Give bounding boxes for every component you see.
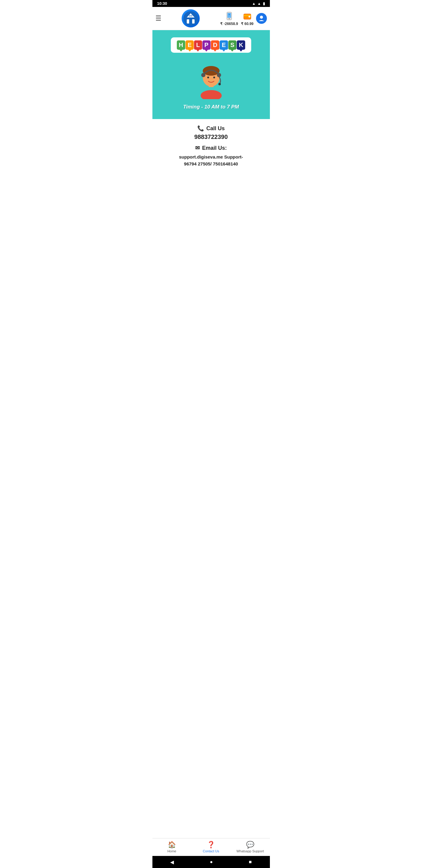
mobile-recharge-icon: ₹: [224, 11, 235, 22]
hd-letter-p: P: [202, 40, 210, 50]
main-content: H E L P D E S K: [153, 30, 270, 868]
svg-rect-3: [189, 19, 192, 24]
svg-point-12: [260, 16, 263, 19]
top-navigation-bar: ☰ DS ₹ ₹ -26658.9: [153, 7, 270, 30]
android-navigation-bar: ◀ ● ■: [153, 856, 270, 868]
mobile-balance: ₹ ₹ -26658.9: [220, 11, 238, 26]
nav-contact-us[interactable]: ❓ Contact Us: [192, 841, 231, 853]
helpdesk-banner: H E L P D E S K: [153, 30, 270, 119]
nav-whatsapp[interactable]: 💬 Whatsapp Support: [231, 841, 270, 853]
battery-icon: ▮: [263, 1, 265, 6]
profile-button[interactable]: [256, 13, 267, 24]
android-home-button[interactable]: ●: [210, 859, 213, 865]
svg-point-18: [213, 76, 215, 79]
hd-letter-k: K: [237, 40, 245, 50]
hd-letter-l: L: [194, 40, 202, 50]
logo-svg: DS: [183, 11, 198, 26]
signal-icon: ▲: [258, 1, 261, 6]
email-icon: ✉: [195, 145, 200, 151]
whatsapp-icon: 💬: [246, 841, 254, 849]
nav-home[interactable]: 🏠 Home: [153, 841, 192, 853]
svg-point-17: [207, 76, 209, 79]
nav-whatsapp-label: Whatsapp Support: [236, 849, 264, 853]
android-back-button[interactable]: ◀: [170, 859, 174, 865]
svg-rect-11: [249, 16, 250, 18]
phone-number[interactable]: 9883722390: [157, 133, 265, 141]
status-time: 10:30: [157, 1, 167, 6]
status-bar: 10:30 ▲ ▲ ▮: [153, 0, 270, 7]
wallet-balance-amount: ₹ 60.99: [241, 22, 253, 26]
menu-button[interactable]: ☰: [155, 14, 161, 22]
email-us-text: Email Us:: [202, 145, 227, 151]
hd-letter-h: H: [177, 40, 185, 50]
balance-group: ₹ ₹ -26658.9 ₹ 60.99: [220, 11, 253, 26]
hd-letter-d: D: [211, 40, 219, 50]
nav-home-label: Home: [167, 849, 176, 853]
svg-point-19: [201, 73, 205, 77]
svg-point-7: [229, 18, 230, 19]
agent-svg: [193, 60, 229, 99]
mobile-balance-amount: ₹ -26658.9: [220, 22, 238, 26]
phone-icon: 📞: [197, 125, 204, 132]
support-agent-avatar: [193, 60, 229, 99]
call-us-label: 📞 Call Us: [157, 125, 265, 132]
logo-container: DS: [164, 9, 218, 27]
svg-text:₹: ₹: [229, 14, 230, 16]
email-us-label: ✉ Email Us:: [157, 145, 265, 151]
svg-point-13: [201, 90, 222, 99]
app-logo: DS: [182, 9, 200, 27]
call-us-text: Call Us: [206, 125, 225, 132]
svg-point-21: [218, 83, 221, 85]
hd-letter-e2: E: [220, 40, 228, 50]
contact-us-icon: ❓: [207, 841, 215, 849]
bottom-navigation: 🏠 Home ❓ Contact Us 💬 Whatsapp Support: [153, 838, 270, 856]
wallet-icon: [242, 11, 253, 22]
wifi-icon: ▲: [252, 1, 256, 6]
helpdesk-title: H E L P D E S K: [171, 37, 252, 53]
email-details: support.digiseva.me Support-96794 27505/…: [157, 154, 265, 167]
svg-text:DS: DS: [189, 14, 193, 17]
nav-contact-label: Contact Us: [203, 849, 219, 853]
wallet-balance: ₹ 60.99: [241, 11, 253, 26]
home-icon: 🏠: [168, 841, 176, 849]
hd-letter-s: S: [228, 40, 236, 50]
contact-section: 📞 Call Us 9883722390 ✉ Email Us: support…: [153, 119, 270, 173]
hd-letter-e: E: [186, 40, 194, 50]
android-recents-button[interactable]: ■: [249, 859, 252, 865]
timing-text: Timing - 10 AM to 7 PM: [183, 104, 239, 110]
status-icons: ▲ ▲ ▮: [252, 1, 265, 6]
